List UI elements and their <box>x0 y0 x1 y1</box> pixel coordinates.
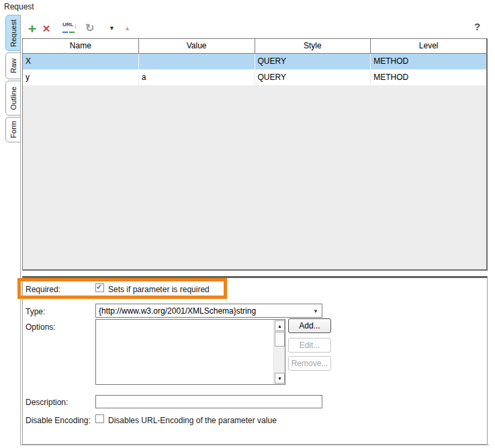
cell-level[interactable]: METHOD <box>371 54 486 69</box>
required-checkbox[interactable] <box>95 283 104 292</box>
column-header-style[interactable]: Style <box>255 39 371 53</box>
options-scrollbar[interactable]: ▲ ▼ <box>273 320 285 384</box>
column-header-level[interactable]: Level <box>371 39 486 53</box>
tab-form[interactable]: Form <box>5 117 21 142</box>
url-icon-dashes <box>62 32 75 33</box>
cell-name[interactable]: y <box>23 70 139 85</box>
scroll-down-icon[interactable]: ▼ <box>275 373 285 384</box>
tab-request[interactable]: Request <box>5 15 21 51</box>
extract-params-from-url-icon[interactable]: URL ↓ <box>62 22 80 34</box>
description-input[interactable] <box>95 395 322 408</box>
refresh-icon[interactable]: ↻ <box>85 23 94 34</box>
move-up-icon[interactable]: ▲ <box>123 26 131 32</box>
param-details-panel: Required: Sets if parameter is required … <box>22 276 488 445</box>
required-label: Required: <box>26 285 60 294</box>
tab-outline-label: Outline <box>9 87 17 110</box>
description-label: Description: <box>26 398 68 407</box>
page-title: Request <box>4 2 34 11</box>
cell-name[interactable]: X <box>23 54 139 69</box>
type-label: Type: <box>26 307 45 316</box>
table-row[interactable]: y a QUERY METHOD <box>23 70 486 86</box>
url-icon-text: URL <box>62 22 73 28</box>
column-header-value[interactable]: Value <box>139 39 255 53</box>
disable-encoding-label: Disable Encoding: <box>26 416 91 425</box>
table-row[interactable]: X QUERY METHOD <box>23 54 486 70</box>
disable-encoding-checkbox-label: Disables URL-Encoding of the parameter v… <box>108 416 277 425</box>
cell-style[interactable]: QUERY <box>255 54 371 69</box>
params-table: Name Value Style Level X QUERY METHOD y … <box>22 38 488 271</box>
scrollbar-thumb[interactable] <box>275 332 285 347</box>
scroll-up-icon[interactable]: ▲ <box>275 320 285 331</box>
move-down-icon[interactable]: ▼ <box>107 26 116 32</box>
tab-raw[interactable]: Raw <box>5 52 21 79</box>
type-dropdown[interactable]: {http://www.w3.org/2001/XMLSchema}string… <box>95 304 322 318</box>
options-label: Options: <box>26 322 56 332</box>
required-checkbox-label: Sets if parameter is required <box>108 285 210 294</box>
cell-value[interactable]: a <box>139 70 255 85</box>
cell-style[interactable]: QUERY <box>255 70 371 85</box>
url-icon-arrow: ↓ <box>74 24 77 29</box>
cell-level[interactable]: METHOD <box>371 70 486 85</box>
tab-outline[interactable]: Outline <box>5 81 21 116</box>
tab-request-label: Request <box>9 19 17 47</box>
table-header-row: Name Value Style Level <box>23 39 486 54</box>
options-listbox[interactable]: ▲ ▼ <box>95 319 285 385</box>
add-param-icon[interactable]: + <box>26 21 38 36</box>
add-option-button[interactable]: Add... <box>288 318 331 333</box>
type-dropdown-value: {http://www.w3.org/2001/XMLSchema}string <box>99 306 256 316</box>
disable-encoding-checkbox[interactable] <box>95 414 104 423</box>
column-header-name[interactable]: Name <box>23 39 139 53</box>
toolbar: + ✕ URL ↓ ↻ ▼ ▲ <box>26 20 131 36</box>
tab-form-label: Form <box>9 121 17 138</box>
remove-option-button[interactable]: Remove... <box>288 356 331 371</box>
help-icon[interactable]: ? <box>474 21 480 32</box>
tab-raw-label: Raw <box>9 58 17 73</box>
dropdown-arrow-icon[interactable]: ▼ <box>313 308 318 314</box>
cell-value[interactable] <box>139 54 255 69</box>
delete-param-icon[interactable]: ✕ <box>41 24 52 34</box>
table-empty-area <box>23 86 486 269</box>
edit-option-button[interactable]: Edit... <box>288 338 331 353</box>
